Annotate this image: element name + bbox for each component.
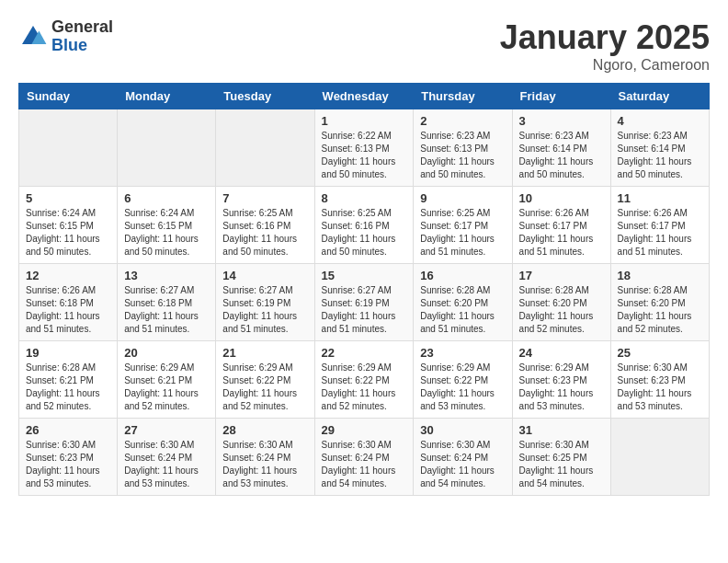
day-info: Sunrise: 6:23 AM Sunset: 6:13 PM Dayligh… xyxy=(420,130,505,181)
day-info: Sunrise: 6:30 AM Sunset: 6:25 PM Dayligh… xyxy=(519,439,604,490)
weekday-header-saturday: Saturday xyxy=(610,84,709,109)
day-info: Sunrise: 6:28 AM Sunset: 6:20 PM Dayligh… xyxy=(420,284,505,336)
day-info: Sunrise: 6:30 AM Sunset: 6:24 PM Dayligh… xyxy=(322,439,407,490)
day-number: 13 xyxy=(124,269,209,282)
day-number: 16 xyxy=(420,269,505,282)
day-number: 22 xyxy=(322,346,407,360)
day-number: 7 xyxy=(222,191,307,205)
calendar-cell: 25Sunrise: 6:30 AM Sunset: 6:23 PM Dayli… xyxy=(610,341,709,419)
day-number: 5 xyxy=(26,191,110,205)
day-info: Sunrise: 6:30 AM Sunset: 6:23 PM Dayligh… xyxy=(26,439,110,490)
calendar-cell: 26Sunrise: 6:30 AM Sunset: 6:23 PM Dayli… xyxy=(19,419,118,496)
day-info: Sunrise: 6:26 AM Sunset: 6:17 PM Dayligh… xyxy=(618,207,702,259)
day-info: Sunrise: 6:23 AM Sunset: 6:14 PM Dayligh… xyxy=(519,130,604,181)
calendar-cell xyxy=(19,109,118,187)
weekday-header-row: SundayMondayTuesdayWednesdayThursdayFrid… xyxy=(19,84,710,109)
day-info: Sunrise: 6:24 AM Sunset: 6:15 PM Dayligh… xyxy=(124,207,209,259)
day-number: 17 xyxy=(519,269,604,282)
day-number: 30 xyxy=(420,423,505,437)
logo: General Blue xyxy=(18,18,113,55)
calendar-cell xyxy=(216,109,314,187)
day-info: Sunrise: 6:29 AM Sunset: 6:23 PM Dayligh… xyxy=(519,362,604,413)
weekday-header-friday: Friday xyxy=(512,84,610,109)
day-number: 10 xyxy=(519,191,604,205)
calendar-cell: 17Sunrise: 6:28 AM Sunset: 6:20 PM Dayli… xyxy=(512,264,610,341)
weekday-header-monday: Monday xyxy=(118,84,216,109)
calendar-cell: 4Sunrise: 6:23 AM Sunset: 6:14 PM Daylig… xyxy=(610,109,709,187)
logo-blue: Blue xyxy=(51,37,113,55)
logo-general: General xyxy=(51,18,113,37)
calendar-table: SundayMondayTuesdayWednesdayThursdayFrid… xyxy=(18,83,710,496)
calendar-cell: 28Sunrise: 6:30 AM Sunset: 6:24 PM Dayli… xyxy=(216,419,314,496)
title-section: January 2025 Ngoro, Cameroon xyxy=(500,18,710,74)
day-number: 21 xyxy=(222,346,307,360)
calendar-cell: 22Sunrise: 6:29 AM Sunset: 6:22 PM Dayli… xyxy=(314,341,414,419)
day-info: Sunrise: 6:25 AM Sunset: 6:17 PM Dayligh… xyxy=(420,207,505,259)
calendar-cell: 31Sunrise: 6:30 AM Sunset: 6:25 PM Dayli… xyxy=(512,419,610,496)
calendar-cell: 20Sunrise: 6:29 AM Sunset: 6:21 PM Dayli… xyxy=(118,341,216,419)
week-row-2: 5Sunrise: 6:24 AM Sunset: 6:15 PM Daylig… xyxy=(19,187,710,264)
day-info: Sunrise: 6:26 AM Sunset: 6:17 PM Dayligh… xyxy=(519,207,604,259)
weekday-header-tuesday: Tuesday xyxy=(216,84,314,109)
day-info: Sunrise: 6:30 AM Sunset: 6:23 PM Dayligh… xyxy=(618,362,702,413)
day-info: Sunrise: 6:29 AM Sunset: 6:21 PM Dayligh… xyxy=(124,362,209,413)
calendar-cell: 23Sunrise: 6:29 AM Sunset: 6:22 PM Dayli… xyxy=(414,341,512,419)
day-number: 12 xyxy=(26,269,110,282)
calendar-cell xyxy=(118,109,216,187)
week-row-1: 1Sunrise: 6:22 AM Sunset: 6:13 PM Daylig… xyxy=(19,109,710,187)
week-row-5: 26Sunrise: 6:30 AM Sunset: 6:23 PM Dayli… xyxy=(19,419,710,496)
weekday-header-thursday: Thursday xyxy=(414,84,512,109)
day-info: Sunrise: 6:25 AM Sunset: 6:16 PM Dayligh… xyxy=(322,207,407,259)
day-info: Sunrise: 6:28 AM Sunset: 6:20 PM Dayligh… xyxy=(519,284,604,336)
day-number: 14 xyxy=(222,269,307,282)
day-number: 27 xyxy=(124,423,209,437)
day-number: 20 xyxy=(124,346,209,360)
calendar-cell: 19Sunrise: 6:28 AM Sunset: 6:21 PM Dayli… xyxy=(19,341,118,419)
day-info: Sunrise: 6:30 AM Sunset: 6:24 PM Dayligh… xyxy=(420,439,505,490)
calendar-cell: 5Sunrise: 6:24 AM Sunset: 6:15 PM Daylig… xyxy=(19,187,118,264)
week-row-4: 19Sunrise: 6:28 AM Sunset: 6:21 PM Dayli… xyxy=(19,341,710,419)
calendar-cell: 11Sunrise: 6:26 AM Sunset: 6:17 PM Dayli… xyxy=(610,187,709,264)
calendar-title: January 2025 xyxy=(500,18,710,57)
day-number: 11 xyxy=(618,191,702,205)
weekday-header-sunday: Sunday xyxy=(19,84,118,109)
day-number: 23 xyxy=(420,346,505,360)
calendar-cell: 18Sunrise: 6:28 AM Sunset: 6:20 PM Dayli… xyxy=(610,264,709,341)
day-info: Sunrise: 6:22 AM Sunset: 6:13 PM Dayligh… xyxy=(322,130,407,181)
calendar-cell: 14Sunrise: 6:27 AM Sunset: 6:19 PM Dayli… xyxy=(216,264,314,341)
week-row-3: 12Sunrise: 6:26 AM Sunset: 6:18 PM Dayli… xyxy=(19,264,710,341)
calendar-subtitle: Ngoro, Cameroon xyxy=(500,57,710,74)
day-info: Sunrise: 6:23 AM Sunset: 6:14 PM Dayligh… xyxy=(618,130,702,181)
calendar-cell: 29Sunrise: 6:30 AM Sunset: 6:24 PM Dayli… xyxy=(314,419,414,496)
calendar-cell: 10Sunrise: 6:26 AM Sunset: 6:17 PM Dayli… xyxy=(512,187,610,264)
calendar-cell: 2Sunrise: 6:23 AM Sunset: 6:13 PM Daylig… xyxy=(414,109,512,187)
calendar-cell: 21Sunrise: 6:29 AM Sunset: 6:22 PM Dayli… xyxy=(216,341,314,419)
calendar-cell: 8Sunrise: 6:25 AM Sunset: 6:16 PM Daylig… xyxy=(314,187,414,264)
calendar-cell: 27Sunrise: 6:30 AM Sunset: 6:24 PM Dayli… xyxy=(118,419,216,496)
day-info: Sunrise: 6:27 AM Sunset: 6:18 PM Dayligh… xyxy=(124,284,209,336)
calendar-cell: 24Sunrise: 6:29 AM Sunset: 6:23 PM Dayli… xyxy=(512,341,610,419)
day-info: Sunrise: 6:30 AM Sunset: 6:24 PM Dayligh… xyxy=(222,439,307,490)
calendar-cell: 7Sunrise: 6:25 AM Sunset: 6:16 PM Daylig… xyxy=(216,187,314,264)
day-info: Sunrise: 6:27 AM Sunset: 6:19 PM Dayligh… xyxy=(222,284,307,336)
day-number: 3 xyxy=(519,114,604,128)
day-info: Sunrise: 6:25 AM Sunset: 6:16 PM Dayligh… xyxy=(222,207,307,259)
day-info: Sunrise: 6:29 AM Sunset: 6:22 PM Dayligh… xyxy=(222,362,307,413)
day-info: Sunrise: 6:30 AM Sunset: 6:24 PM Dayligh… xyxy=(124,439,209,490)
calendar-cell: 3Sunrise: 6:23 AM Sunset: 6:14 PM Daylig… xyxy=(512,109,610,187)
calendar-cell: 12Sunrise: 6:26 AM Sunset: 6:18 PM Dayli… xyxy=(19,264,118,341)
day-number: 18 xyxy=(618,269,702,282)
day-number: 15 xyxy=(322,269,407,282)
day-number: 19 xyxy=(26,346,110,360)
day-info: Sunrise: 6:29 AM Sunset: 6:22 PM Dayligh… xyxy=(420,362,505,413)
day-number: 26 xyxy=(26,423,110,437)
day-number: 2 xyxy=(420,114,505,128)
day-number: 1 xyxy=(322,114,407,128)
calendar-cell: 30Sunrise: 6:30 AM Sunset: 6:24 PM Dayli… xyxy=(414,419,512,496)
day-number: 29 xyxy=(322,423,407,437)
calendar-cell: 6Sunrise: 6:24 AM Sunset: 6:15 PM Daylig… xyxy=(118,187,216,264)
day-number: 28 xyxy=(222,423,307,437)
logo-text: General Blue xyxy=(51,18,113,55)
weekday-header-wednesday: Wednesday xyxy=(314,84,414,109)
day-number: 4 xyxy=(618,114,702,128)
